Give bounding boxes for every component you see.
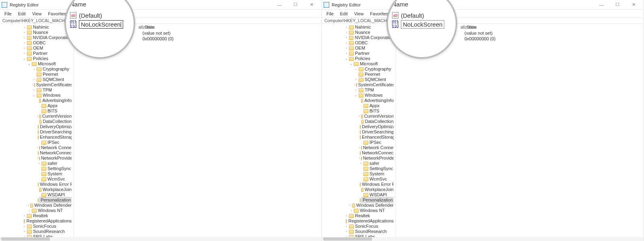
chevron-right-icon[interactable] [354,88,358,92]
tree-node[interactable]: SQMClient [0,77,72,82]
tree-node[interactable]: Policies [0,56,72,61]
chevron-right-icon[interactable] [32,67,36,71]
mag-row-default[interactable]: ab (Default) [70,11,130,20]
tree-node[interactable]: Appx [322,103,394,108]
chevron-right-icon[interactable] [37,114,38,118]
tree-node[interactable]: Windows NT [0,208,72,213]
tree-node[interactable]: CurrentVersion [322,114,394,119]
tree-node[interactable]: DataCollection [322,119,394,124]
tree-node[interactable]: OEM [0,46,72,51]
tree-node[interactable]: Network Connectio [0,145,72,150]
tree-node[interactable]: SystemCertificates [0,82,72,87]
tree-node[interactable]: System [0,171,72,177]
tree-node[interactable]: TPM [322,87,394,93]
chevron-right-icon[interactable] [37,156,38,160]
chevron-right-icon[interactable] [354,83,355,87]
tree-node[interactable]: Partner [0,51,72,56]
tree-node[interactable]: SonicFocus [0,224,72,229]
path-bar[interactable]: Computer\HKEY_LOCAL_MACHINE\SOFTW [322,17,643,24]
chevron-right-icon[interactable] [359,162,363,165]
chevron-right-icon[interactable] [359,114,360,118]
tree-node[interactable]: DataCollection [0,119,72,124]
tree-node[interactable]: IPSec [322,140,394,145]
tree-node[interactable]: RegisteredApplications [322,218,394,224]
chevron-right-icon[interactable] [349,204,351,207]
tree-node[interactable]: Cryptography [0,66,72,72]
tree-node[interactable]: AdvertisingInfo [322,98,394,103]
chevron-down-icon[interactable] [349,62,353,66]
horizontal-scrollbar[interactable]: ‹ [0,237,321,241]
tree-node[interactable]: SRS Labs [322,234,394,237]
menu-edit[interactable]: Edit [337,11,351,17]
tree-node[interactable]: Windows Defender [322,203,394,208]
tree-node[interactable]: Partner [322,51,394,56]
tree-node[interactable]: Windows Error Repo [0,182,72,187]
tree-node[interactable]: Realtek [0,213,72,218]
mag-row-nolockscreen[interactable]: 011110 NoLockScreen [392,20,452,29]
tree-node[interactable]: Nuance [322,30,394,35]
tree-node[interactable]: Nahimic [322,25,394,30]
tree-node[interactable]: Windows NT [322,208,394,213]
chevron-right-icon[interactable] [23,224,26,228]
chevron-right-icon[interactable] [345,46,348,50]
tree-node[interactable]: NVIDIA Corporation [322,35,394,40]
tree-node[interactable]: NVIDIA Corporation [0,35,72,40]
value-name-focused[interactable]: NoLockScreen [401,20,444,29]
tree-node[interactable]: CurrentVersion [0,114,72,119]
tree-node[interactable]: DeliveryOptimizatio [322,124,394,129]
tree-node[interactable]: SettingSync [0,166,72,171]
tree-node[interactable]: WcmSvc [0,177,72,182]
chevron-right-icon[interactable] [23,230,26,233]
chevron-right-icon[interactable] [23,52,26,55]
tree-node[interactable]: Appx [0,103,72,108]
tree-node[interactable]: DeliveryOptimizatio [0,124,72,129]
menu-view[interactable]: View [29,11,45,17]
chevron-right-icon[interactable] [359,156,360,160]
minimize-button[interactable]: — [593,0,609,9]
tree-node[interactable]: Personalization [322,197,394,203]
tree-node[interactable]: Microsoft [322,61,394,66]
chevron-right-icon[interactable] [37,162,41,165]
registry-tree[interactable]: NahimicNuanceNVIDIA CorporationODBCOEMPa… [322,24,394,237]
chevron-down-icon[interactable] [345,57,348,60]
chevron-right-icon[interactable] [32,83,33,87]
tree-node[interactable]: Nuance [0,30,72,35]
tree-node[interactable]: Windows Defender [0,203,72,208]
chevron-right-icon[interactable] [354,67,358,71]
chevron-down-icon[interactable] [32,93,36,97]
tree-node[interactable]: Windows [0,93,72,98]
chevron-right-icon[interactable] [345,214,348,218]
chevron-right-icon[interactable] [23,25,26,29]
tree-node[interactable]: NetworkConnectivit [322,150,394,156]
tree-node[interactable]: BITS [322,108,394,114]
path-bar[interactable]: Computer\HKEY_LOCAL_MACHINE\SOFTW [0,17,321,24]
menu-file[interactable]: File [324,11,336,17]
tree-node[interactable]: System [322,171,394,177]
menu-view[interactable]: View [351,11,367,17]
tree-node[interactable]: WSDAPI [322,192,394,197]
horizontal-scrollbar[interactable]: ‹ [322,237,643,241]
tree-node[interactable]: ODBC [0,40,72,46]
close-button[interactable]: ✕ [303,0,320,9]
maximize-button[interactable]: ☐ [609,0,625,9]
chevron-right-icon[interactable] [23,41,26,45]
tree-node[interactable]: EnhancedStorageDe [322,135,394,140]
tree-node[interactable]: EnhancedStorageDe [0,135,72,140]
menu-edit[interactable]: Edit [15,11,29,17]
tree-node[interactable]: DriverSearching [322,129,394,135]
chevron-right-icon[interactable] [345,31,348,34]
chevron-right-icon[interactable] [354,78,358,81]
tree-node[interactable]: DriverSearching [0,129,72,135]
chevron-right-icon[interactable] [23,46,26,50]
chevron-right-icon[interactable] [23,214,26,218]
mag-row-nolockscreen[interactable]: 011110 NoLockScreen [70,20,130,29]
chevron-right-icon[interactable] [345,41,348,45]
registry-tree[interactable]: NahimicNuanceNVIDIA CorporationODBCOEMPa… [0,24,72,237]
chevron-down-icon[interactable] [23,57,26,60]
tree-node[interactable]: safer [0,161,72,166]
chevron-right-icon[interactable] [349,209,353,212]
tree-node[interactable]: WSDAPI [0,192,72,197]
tree-node[interactable]: WorkplaceJoin [322,187,394,192]
tree-node[interactable]: SystemCertificates [322,82,394,87]
tree-node[interactable]: RegisteredApplications [0,218,72,224]
